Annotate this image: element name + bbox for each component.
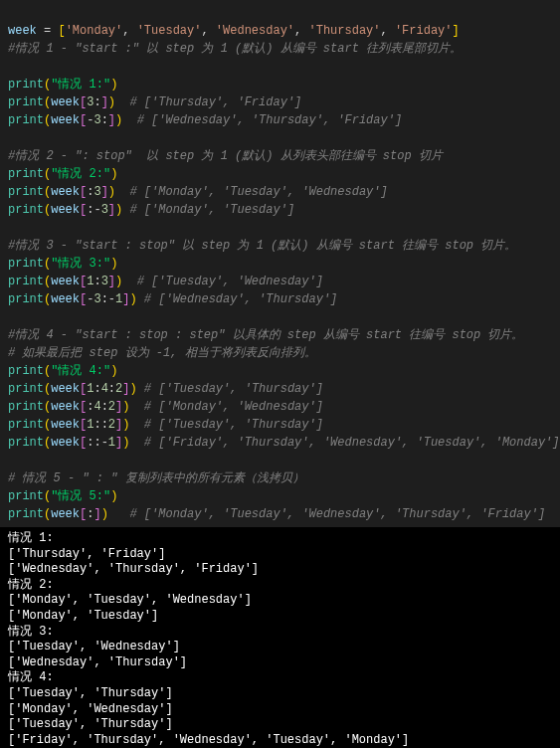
code-line: print(week[:4:2]) # ['Monday', 'Wednesda… <box>8 400 323 414</box>
code-line: print(week[::-1]) # ['Friday', 'Thursday… <box>8 436 560 450</box>
code-line: print(week[-3:-1]) # ['Wednesday', 'Thur… <box>8 292 337 306</box>
code-line: print(week[-3:]) # ['Wednesday', 'Thursd… <box>8 113 402 127</box>
output-line: ['Tuesday', 'Thursday'] <box>8 717 173 731</box>
code-line: print(week[1:3]) # ['Tuesday', 'Wednesda… <box>8 275 323 288</box>
comment: #情况 1 - "start :" 以 step 为 1 (默认) 从编号 st… <box>8 42 462 56</box>
code-line: print(week[1::2]) # ['Tuesday', 'Thursda… <box>8 418 323 432</box>
code-line: print("情况 2:") <box>8 167 117 181</box>
comment: #情况 3 - "start : stop" 以 step 为 1 (默认) 从… <box>8 239 516 253</box>
code-line: print(week[:-3]) # ['Monday', 'Tuesday'] <box>8 203 294 217</box>
output-line: ['Wednesday', 'Thursday'] <box>8 655 187 669</box>
code-line: print("情况 5:") <box>8 489 117 503</box>
output-line: ['Friday', 'Thursday', 'Wednesday', 'Tue… <box>8 733 409 747</box>
code-line: print("情况 4:") <box>8 364 117 378</box>
code-line: print("情况 3:") <box>8 257 117 271</box>
comment: # 如果最后把 step 设为 -1, 相当于将列表反向排列。 <box>8 346 316 360</box>
output-line: 情况 4: <box>8 670 54 684</box>
comment: #情况 2 - ": stop" 以 step 为 1 (默认) 从列表头部往编… <box>8 149 443 163</box>
code-line: print(week[:3]) # ['Monday', 'Tuesday', … <box>8 185 388 199</box>
code-line: print(week[:]) # ['Monday', 'Tuesday', '… <box>8 507 545 521</box>
code-line: print("情况 1:") <box>8 78 117 92</box>
variable: week <box>8 24 37 38</box>
output-line: ['Monday', 'Tuesday', 'Wednesday'] <box>8 593 252 607</box>
output-line: 情况 3: <box>8 625 54 639</box>
code-editor-pane: week = ['Monday', 'Tuesday', 'Wednesday'… <box>0 0 560 527</box>
comment: # 情况 5 - " : " 复制列表中的所有元素（浅拷贝） <box>8 471 304 485</box>
comment: #情况 4 - "start : stop : step" 以具体的 step … <box>8 328 523 342</box>
code-line: week = ['Monday', 'Tuesday', 'Wednesday'… <box>8 24 460 38</box>
code-line: print(week[1:4:2]) # ['Tuesday', 'Thursd… <box>8 382 323 396</box>
output-line: ['Tuesday', 'Thursday'] <box>8 686 173 700</box>
console-output-pane: 情况 1: ['Thursday', 'Friday'] ['Wednesday… <box>0 527 560 748</box>
output-line: ['Wednesday', 'Thursday', 'Friday'] <box>8 562 259 576</box>
output-line: 情况 2: <box>8 578 54 592</box>
output-line: ['Monday', 'Wednesday'] <box>8 702 173 716</box>
code-line: print(week[3:]) # ['Thursday', 'Friday'] <box>8 95 301 109</box>
output-line: ['Tuesday', 'Wednesday'] <box>8 640 180 654</box>
output-line: 情况 1: <box>8 531 54 545</box>
output-line: ['Monday', 'Tuesday'] <box>8 609 158 623</box>
output-line: ['Thursday', 'Friday'] <box>8 547 165 561</box>
